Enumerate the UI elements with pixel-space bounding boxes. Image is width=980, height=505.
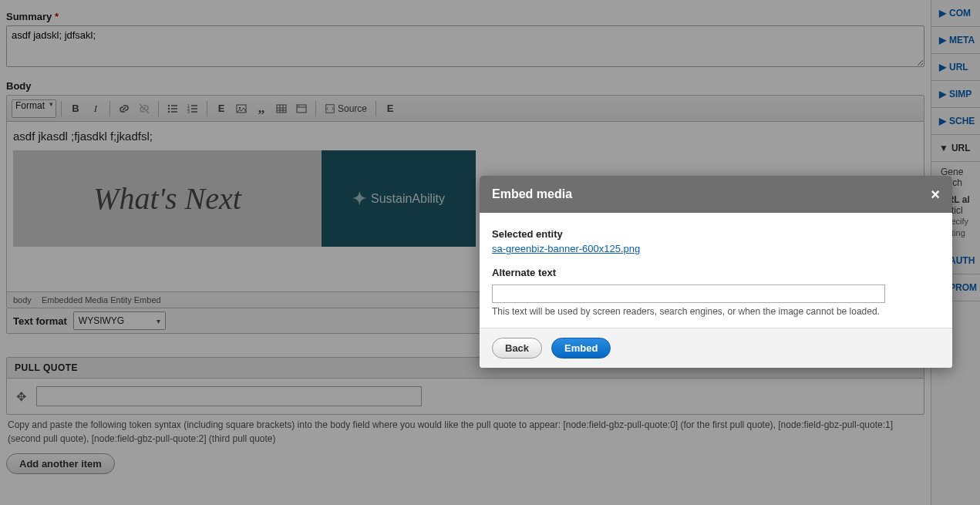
dialog-title: Embed media [492,187,572,201]
alternate-text-input[interactable] [492,284,885,303]
dialog-header: Embed media × [480,176,952,213]
selected-entity-link[interactable]: sa-greenbiz-banner-600x125.png [492,243,640,254]
dialog-footer: Back Embed [480,328,952,368]
embed-media-dialog: Embed media × Selected entity sa-greenbi… [480,176,952,368]
alternate-text-hint: This text will be used by screen readers… [492,306,940,317]
selected-entity-label: Selected entity [492,228,940,240]
embed-button[interactable]: Embed [551,338,611,359]
alternate-text-label: Alternate text [492,267,940,278]
close-icon[interactable]: × [931,187,940,202]
back-button[interactable]: Back [492,338,542,359]
